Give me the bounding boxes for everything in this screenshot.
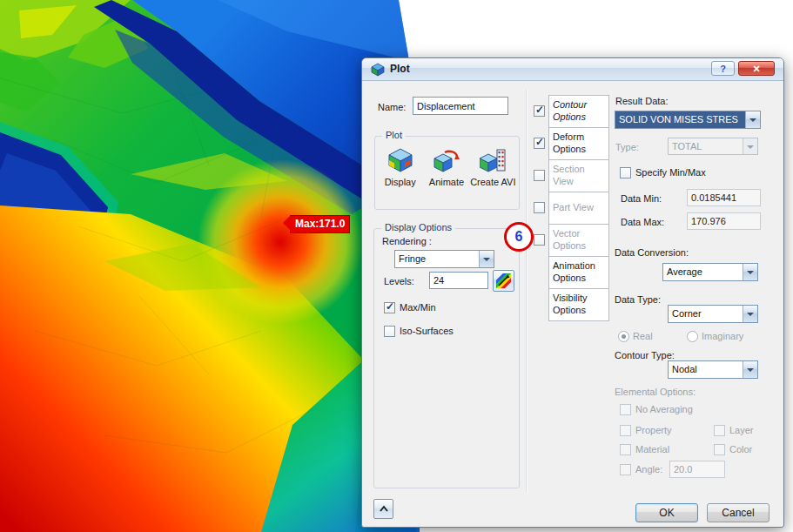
max-min-label: Max/Min [400, 302, 436, 313]
contour-type-label: Contour Type: [615, 350, 675, 360]
tab-label: Visibility Options [553, 293, 605, 317]
name-label: Name: [378, 102, 406, 112]
rendering-label: Rendering : [382, 236, 432, 246]
rendering-select[interactable]: Fringe [394, 250, 494, 268]
tab-label: Section View [553, 164, 605, 188]
checkbox-box [384, 302, 395, 313]
tab-animation-options[interactable]: Animation Options [548, 256, 609, 289]
rendering-value: Fringe [395, 251, 479, 267]
tab-label: Vector Options [553, 228, 605, 253]
tab-label: Deform Options [553, 131, 605, 156]
tab-visibility-options[interactable]: Visibility Options [548, 288, 609, 321]
plot-dialog: Plot ? ✕ Name: Plot Display [361, 57, 784, 528]
plot-group-title: Plot [382, 130, 406, 140]
result-data-select[interactable]: SOLID VON MISES STRES [615, 111, 761, 129]
iso-surfaces-checkbox[interactable]: Iso-Surfaces [384, 326, 454, 337]
layer-label: Layer [729, 425, 754, 435]
data-conversion-select[interactable]: Average [662, 263, 758, 281]
levels-label: Levels: [384, 276, 414, 286]
max-min-checkbox[interactable]: Max/Min [384, 302, 436, 313]
close-button[interactable]: ✕ [738, 61, 775, 76]
chevron-down-icon[interactable] [743, 306, 757, 322]
annotation-number: 6 [515, 229, 523, 245]
tab-contour-options[interactable]: Contour Options [548, 95, 609, 128]
contour-cube-icon [387, 147, 413, 173]
real-radio[interactable] [618, 331, 629, 342]
animate-cube-icon [433, 147, 460, 173]
chevron-down-icon[interactable] [743, 361, 757, 378]
no-averaging-checkbox: No Averaging [620, 404, 693, 415]
tab-section-view[interactable]: Section View [548, 159, 609, 192]
data-min-field[interactable] [687, 189, 761, 206]
chevron-down-icon[interactable] [479, 251, 494, 267]
plot-actions: Display Animate [374, 147, 519, 187]
palette-icon [496, 273, 511, 288]
section-view-checkbox[interactable] [534, 170, 545, 181]
chevron-down-icon [743, 138, 757, 154]
data-type-value: Corner [669, 306, 743, 322]
display-options-title: Display Options [381, 222, 455, 232]
tab-label: Contour Options [553, 99, 605, 124]
color-checkbox: Color [714, 444, 752, 455]
data-type-select[interactable]: Corner [668, 305, 758, 323]
angle-checkbox: Angle: [620, 464, 662, 475]
real-label: Real [633, 331, 653, 341]
imaginary-radio[interactable] [687, 331, 698, 342]
data-max-label: Data Max: [621, 217, 664, 227]
type-value: TOTAL [669, 138, 743, 154]
name-input[interactable] [413, 97, 508, 115]
data-min-label: Data Min: [621, 193, 662, 204]
result-data-label: Result Data: [615, 96, 669, 106]
checkbox-box [620, 167, 631, 178]
tab-label: Animation Options [553, 260, 605, 285]
tab-vector-options[interactable]: Vector Options [548, 224, 609, 257]
max-value-flag: Max:171.0 [290, 215, 350, 233]
data-max-field[interactable] [687, 212, 761, 230]
max-value-text: Max:171.0 [295, 218, 345, 230]
material-checkbox: Material [620, 444, 669, 455]
data-conversion-label: Data Conversion: [615, 247, 689, 258]
chevron-up-icon [379, 504, 389, 515]
chevron-down-icon[interactable] [745, 111, 760, 128]
deform-options-checkbox[interactable] [534, 138, 545, 149]
film-cube-icon [480, 147, 506, 173]
contour-type-select[interactable]: Nodal [668, 360, 758, 379]
property-label: Property [635, 425, 672, 435]
no-averaging-label: No Averaging [635, 404, 693, 414]
checkbox-box [714, 425, 725, 436]
material-label: Material [635, 444, 669, 455]
contour-options-checkbox[interactable] [534, 105, 545, 117]
dialog-titlebar[interactable]: Plot ? ✕ [362, 58, 783, 81]
dialog-title: Plot [390, 63, 410, 75]
angle-label: Angle: [635, 464, 662, 475]
tab-deform-options[interactable]: Deform Options [548, 127, 609, 160]
tab-part-view[interactable]: Part View [548, 192, 609, 225]
elemental-options-label: Elemental Options: [615, 387, 696, 397]
result-data-value: SOLID VON MISES STRES [615, 111, 745, 128]
display-button[interactable]: Display [377, 147, 423, 187]
layer-checkbox: Layer [714, 425, 754, 436]
plot-icon [371, 63, 385, 77]
vector-options-checkbox[interactable] [534, 234, 545, 246]
type-label: Type: [615, 142, 639, 152]
tab-label: Part View [553, 202, 594, 214]
panel-divider [526, 90, 528, 492]
data-conversion-value: Average [663, 264, 743, 280]
help-button[interactable]: ? [711, 61, 735, 76]
checkbox-box [620, 425, 631, 436]
checkbox-box [714, 444, 725, 455]
specify-min-max-label: Specify Min/Max [635, 167, 706, 178]
part-view-checkbox[interactable] [534, 202, 545, 213]
collapse-dialog-button[interactable] [373, 499, 393, 519]
contour-palette-button[interactable] [493, 270, 514, 292]
chevron-down-icon[interactable] [743, 264, 757, 280]
levels-input[interactable] [429, 272, 488, 289]
checkbox-box [620, 444, 631, 455]
ok-button[interactable]: OK [635, 503, 698, 522]
animate-button[interactable]: Animate [423, 147, 469, 187]
animate-button-label: Animate [423, 177, 469, 187]
display-button-label: Display [377, 177, 423, 187]
create-avi-button[interactable]: Create AVI [470, 147, 516, 187]
specify-min-max-checkbox[interactable]: Specify Min/Max [620, 167, 706, 178]
cancel-button[interactable]: Cancel [707, 503, 769, 522]
